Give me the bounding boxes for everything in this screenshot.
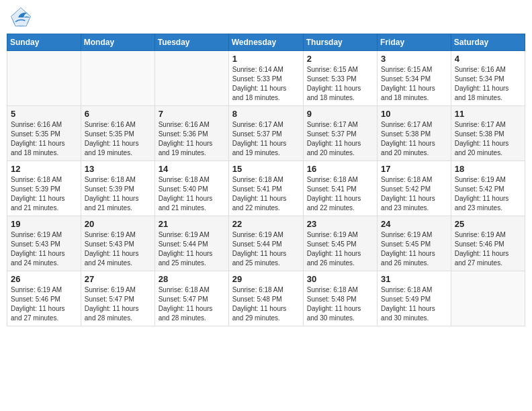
day-number: 18 <box>455 164 521 174</box>
calendar-week-row: 5Sunrise: 6:16 AM Sunset: 5:35 PM Daylig… <box>7 106 525 161</box>
day-number: 4 <box>455 54 521 64</box>
day-info: Sunrise: 6:18 AM Sunset: 5:49 PM Dayligh… <box>381 285 447 323</box>
calendar-cell: 19Sunrise: 6:19 AM Sunset: 5:43 PM Dayli… <box>7 216 81 271</box>
calendar-cell: 26Sunrise: 6:19 AM Sunset: 5:46 PM Dayli… <box>7 271 81 326</box>
day-number: 1 <box>232 54 300 64</box>
day-info: Sunrise: 6:19 AM Sunset: 5:42 PM Dayligh… <box>455 175 521 213</box>
day-info: Sunrise: 6:16 AM Sunset: 5:35 PM Dayligh… <box>11 120 77 158</box>
calendar-cell: 30Sunrise: 6:18 AM Sunset: 5:48 PM Dayli… <box>303 271 377 326</box>
calendar-header-sunday: Sunday <box>7 34 81 51</box>
day-info: Sunrise: 6:18 AM Sunset: 5:39 PM Dayligh… <box>11 175 77 213</box>
calendar-cell: 13Sunrise: 6:18 AM Sunset: 5:39 PM Dayli… <box>81 161 154 216</box>
calendar-cell: 23Sunrise: 6:19 AM Sunset: 5:45 PM Dayli… <box>303 216 377 271</box>
day-info: Sunrise: 6:18 AM Sunset: 5:42 PM Dayligh… <box>381 175 447 213</box>
calendar-cell: 21Sunrise: 6:19 AM Sunset: 5:44 PM Dayli… <box>154 216 228 271</box>
day-number: 23 <box>307 219 373 229</box>
calendar-header-tuesday: Tuesday <box>154 34 228 51</box>
calendar-cell: 4Sunrise: 6:16 AM Sunset: 5:34 PM Daylig… <box>451 51 525 106</box>
day-info: Sunrise: 6:19 AM Sunset: 5:45 PM Dayligh… <box>307 230 373 268</box>
day-number: 29 <box>232 274 300 284</box>
calendar-cell: 11Sunrise: 6:17 AM Sunset: 5:38 PM Dayli… <box>451 106 525 161</box>
calendar-cell: 1Sunrise: 6:14 AM Sunset: 5:33 PM Daylig… <box>228 51 303 106</box>
calendar-cell: 14Sunrise: 6:18 AM Sunset: 5:40 PM Dayli… <box>154 161 228 216</box>
calendar-cell: 7Sunrise: 6:16 AM Sunset: 5:36 PM Daylig… <box>154 106 228 161</box>
day-info: Sunrise: 6:18 AM Sunset: 5:48 PM Dayligh… <box>307 285 373 323</box>
calendar-cell <box>81 51 154 106</box>
day-number: 7 <box>159 109 225 119</box>
calendar-header-monday: Monday <box>81 34 154 51</box>
calendar-header-saturday: Saturday <box>451 34 525 51</box>
day-info: Sunrise: 6:19 AM Sunset: 5:44 PM Dayligh… <box>159 230 225 268</box>
calendar-header-thursday: Thursday <box>303 34 377 51</box>
calendar-cell: 31Sunrise: 6:18 AM Sunset: 5:49 PM Dayli… <box>378 271 451 326</box>
day-number: 21 <box>159 219 225 229</box>
day-number: 3 <box>381 54 447 64</box>
day-info: Sunrise: 6:18 AM Sunset: 5:40 PM Dayligh… <box>159 175 225 213</box>
day-info: Sunrise: 6:18 AM Sunset: 5:41 PM Dayligh… <box>307 175 373 213</box>
day-info: Sunrise: 6:18 AM Sunset: 5:47 PM Dayligh… <box>159 285 225 323</box>
logo-icon <box>10 7 32 28</box>
day-info: Sunrise: 6:15 AM Sunset: 5:33 PM Dayligh… <box>307 65 373 103</box>
day-info: Sunrise: 6:19 AM Sunset: 5:43 PM Dayligh… <box>85 230 151 268</box>
calendar-header-wednesday: Wednesday <box>228 34 303 51</box>
day-number: 16 <box>307 164 373 174</box>
day-number: 8 <box>232 109 300 119</box>
svg-marker-0 <box>13 9 29 27</box>
calendar-cell: 25Sunrise: 6:19 AM Sunset: 5:46 PM Dayli… <box>451 216 525 271</box>
calendar-cell: 9Sunrise: 6:17 AM Sunset: 5:37 PM Daylig… <box>303 106 377 161</box>
calendar-cell: 24Sunrise: 6:19 AM Sunset: 5:45 PM Dayli… <box>378 216 451 271</box>
day-number: 12 <box>11 164 77 174</box>
day-number: 24 <box>381 219 447 229</box>
day-info: Sunrise: 6:17 AM Sunset: 5:38 PM Dayligh… <box>381 120 447 158</box>
calendar-cell <box>154 51 228 106</box>
day-number: 5 <box>11 109 77 119</box>
day-info: Sunrise: 6:19 AM Sunset: 5:43 PM Dayligh… <box>11 230 77 268</box>
day-info: Sunrise: 6:17 AM Sunset: 5:38 PM Dayligh… <box>455 120 521 158</box>
calendar-cell <box>7 51 81 106</box>
day-number: 20 <box>85 219 151 229</box>
day-number: 2 <box>307 54 373 64</box>
calendar-week-row: 26Sunrise: 6:19 AM Sunset: 5:46 PM Dayli… <box>7 271 525 326</box>
calendar-header-row: SundayMondayTuesdayWednesdayThursdayFrid… <box>7 34 525 51</box>
day-info: Sunrise: 6:19 AM Sunset: 5:44 PM Dayligh… <box>232 230 300 268</box>
day-info: Sunrise: 6:17 AM Sunset: 5:37 PM Dayligh… <box>232 120 300 158</box>
calendar-cell: 15Sunrise: 6:18 AM Sunset: 5:41 PM Dayli… <box>228 161 303 216</box>
calendar-cell <box>451 271 525 326</box>
day-number: 13 <box>85 164 151 174</box>
day-info: Sunrise: 6:18 AM Sunset: 5:41 PM Dayligh… <box>232 175 300 213</box>
calendar-cell: 27Sunrise: 6:19 AM Sunset: 5:47 PM Dayli… <box>81 271 154 326</box>
calendar-cell: 18Sunrise: 6:19 AM Sunset: 5:42 PM Dayli… <box>451 161 525 216</box>
day-number: 27 <box>85 274 151 284</box>
calendar-cell: 3Sunrise: 6:15 AM Sunset: 5:34 PM Daylig… <box>378 51 451 106</box>
day-number: 15 <box>232 164 300 174</box>
calendar-cell: 12Sunrise: 6:18 AM Sunset: 5:39 PM Dayli… <box>7 161 81 216</box>
day-number: 28 <box>159 274 225 284</box>
day-info: Sunrise: 6:18 AM Sunset: 5:48 PM Dayligh… <box>232 285 300 323</box>
page-header <box>7 7 525 28</box>
day-number: 9 <box>307 109 373 119</box>
day-info: Sunrise: 6:19 AM Sunset: 5:45 PM Dayligh… <box>381 230 447 268</box>
calendar-table: SundayMondayTuesdayWednesdayThursdayFrid… <box>7 34 525 326</box>
calendar-week-row: 12Sunrise: 6:18 AM Sunset: 5:39 PM Dayli… <box>7 161 525 216</box>
calendar-cell: 5Sunrise: 6:16 AM Sunset: 5:35 PM Daylig… <box>7 106 81 161</box>
day-info: Sunrise: 6:17 AM Sunset: 5:37 PM Dayligh… <box>307 120 373 158</box>
calendar-cell: 17Sunrise: 6:18 AM Sunset: 5:42 PM Dayli… <box>378 161 451 216</box>
day-number: 26 <box>11 274 77 284</box>
calendar-cell: 29Sunrise: 6:18 AM Sunset: 5:48 PM Dayli… <box>228 271 303 326</box>
day-number: 14 <box>159 164 225 174</box>
logo <box>10 7 34 28</box>
calendar-cell: 8Sunrise: 6:17 AM Sunset: 5:37 PM Daylig… <box>228 106 303 161</box>
calendar-cell: 16Sunrise: 6:18 AM Sunset: 5:41 PM Dayli… <box>303 161 377 216</box>
day-number: 25 <box>455 219 521 229</box>
calendar-week-row: 1Sunrise: 6:14 AM Sunset: 5:33 PM Daylig… <box>7 51 525 106</box>
day-number: 30 <box>307 274 373 284</box>
day-info: Sunrise: 6:19 AM Sunset: 5:46 PM Dayligh… <box>11 285 77 323</box>
day-info: Sunrise: 6:19 AM Sunset: 5:46 PM Dayligh… <box>455 230 521 268</box>
day-number: 19 <box>11 219 77 229</box>
day-info: Sunrise: 6:15 AM Sunset: 5:34 PM Dayligh… <box>381 65 447 103</box>
day-number: 6 <box>85 109 151 119</box>
calendar-cell: 20Sunrise: 6:19 AM Sunset: 5:43 PM Dayli… <box>81 216 154 271</box>
day-info: Sunrise: 6:14 AM Sunset: 5:33 PM Dayligh… <box>232 65 300 103</box>
calendar-cell: 2Sunrise: 6:15 AM Sunset: 5:33 PM Daylig… <box>303 51 377 106</box>
day-number: 22 <box>232 219 300 229</box>
